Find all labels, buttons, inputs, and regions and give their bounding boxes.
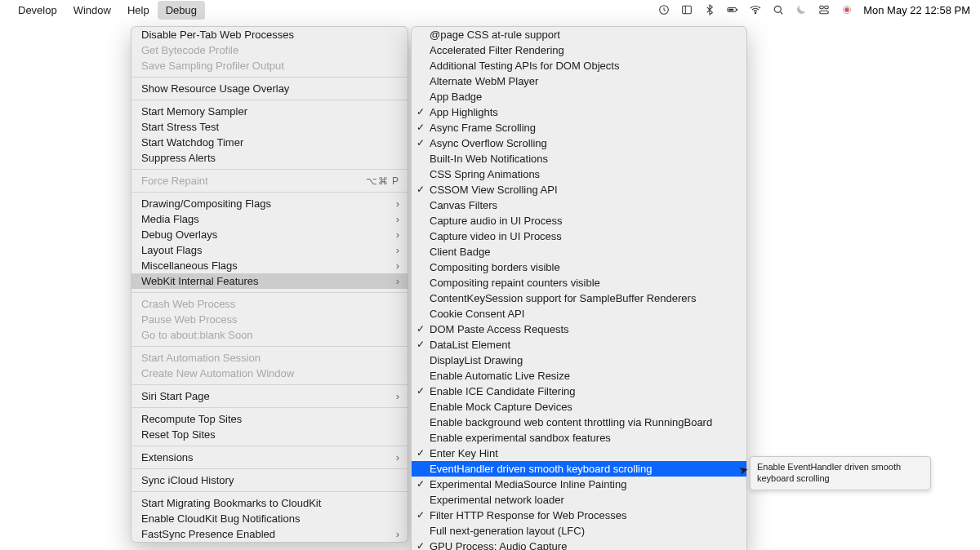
debug-menu-item[interactable]: Crash Web Process › [131, 296, 408, 312]
checkmark-icon: ✓ [416, 540, 425, 550]
debug-menu-item[interactable]: Suppress Alerts › [131, 150, 408, 166]
feature-menu-item[interactable]: ✓ Compositing repaint counters visible [412, 275, 746, 291]
chevron-right-icon: › [396, 390, 399, 402]
chevron-right-icon: › [396, 213, 399, 225]
menubar-item-debug[interactable]: Debug [158, 1, 205, 20]
checkmark-icon: ✓ [416, 509, 425, 521]
feature-menu-item[interactable]: ✓ Enable background web content throttli… [412, 415, 746, 430]
debug-menu-item[interactable]: Sync iCloud History › [131, 472, 408, 488]
feature-menu-item[interactable]: ✓ Cookie Consent API [412, 306, 746, 322]
debug-submenu-item[interactable]: Media Flags › [131, 211, 408, 227]
feature-menu-item[interactable]: ✓ GPU Process: Audio Capture [412, 539, 746, 550]
feature-menu-item[interactable]: ✓ Enable Mock Capture Devices [412, 399, 746, 415]
feature-menu-item[interactable]: ✓ DisplayList Drawing [412, 353, 746, 368]
debug-menu-item[interactable]: Start Memory Sampler › [131, 104, 408, 119]
debug-menu-item[interactable]: Start Watchdog Timer › [131, 135, 408, 150]
menu-separator [131, 192, 408, 193]
debug-submenu-item[interactable]: FastSync Presence Enabled › [131, 526, 408, 542]
svg-point-6 [775, 6, 782, 12]
feature-menu-item[interactable]: ✓ Experimental network loader [412, 492, 746, 508]
search-icon[interactable] [772, 3, 785, 16]
debug-menu-item[interactable]: Pause Web Process › [131, 312, 408, 327]
checkmark-icon: ✓ [416, 184, 425, 195]
feature-menu-item[interactable]: ✓ Enable experimental sandbox features [412, 430, 746, 446]
battery-icon[interactable] [726, 3, 739, 16]
feature-menu-item[interactable]: ✓ Enter Key Hint [412, 446, 746, 461]
debug-submenu-item[interactable]: Debug Overlays › [131, 227, 408, 242]
time-machine-icon[interactable] [657, 3, 670, 16]
feature-menu-item[interactable]: ✓ Enable ICE Candidate Filtering [412, 384, 746, 399]
feature-menu-item[interactable]: ✓ App Badge [412, 89, 746, 104]
feature-menu-item[interactable]: ✓ Full next-generation layout (LFC) [412, 523, 746, 539]
debug-submenu-item[interactable]: Drawing/Compositing Flags › [131, 196, 408, 211]
svg-rect-3 [728, 9, 733, 11]
debug-submenu-item[interactable]: WebKit Internal Features › [131, 273, 408, 289]
feature-menu-item[interactable]: ✓ Async Overflow Scrolling [412, 135, 746, 151]
feature-menu-item[interactable]: ✓ Compositing borders visible [412, 259, 746, 275]
feature-menu-item[interactable]: ✓ Experimental MediaSource Inline Painti… [412, 477, 746, 492]
feature-menu-item[interactable]: ✓ Capture video in UI Process [412, 228, 746, 244]
svg-point-5 [755, 12, 756, 13]
svg-rect-1 [683, 6, 692, 13]
debug-menu-item[interactable]: Recompute Top Sites › [131, 411, 408, 427]
menu-tooltip: Enable EventHandler driven smooth keyboa… [750, 456, 931, 490]
chevron-right-icon: › [396, 275, 399, 287]
menu-separator [131, 446, 408, 446]
control-center-icon[interactable] [817, 3, 831, 16]
debug-menu: Disable Per-Tab Web Processes › Get Byte… [131, 26, 408, 543]
svg-rect-4 [737, 9, 737, 11]
debug-menu-item[interactable]: Reset Top Sites › [131, 427, 408, 442]
debug-menu-item[interactable]: Go to about:blank Soon › [131, 327, 408, 343]
feature-menu-item[interactable]: ✓ Accelerated Filter Rendering [412, 42, 746, 58]
feature-menu-item[interactable]: ✓ DataList Element [412, 337, 746, 353]
feature-menu-item[interactable]: ✓ Built-In Web Notifications [412, 151, 746, 166]
feature-menu-item[interactable]: ✓ App Highlights [412, 104, 746, 120]
sidebar-icon[interactable] [680, 3, 693, 16]
debug-menu-item[interactable]: Save Sampling Profiler Output › [131, 58, 408, 73]
debug-menu-item[interactable]: Start Migrating Bookmarks to CloudKit › [131, 495, 408, 511]
moon-icon[interactable] [795, 3, 808, 16]
feature-menu-item[interactable]: ✓ CSSOM View Scrolling API [412, 182, 746, 197]
feature-menu-item[interactable]: ✓ Async Frame Scrolling [412, 120, 746, 135]
chevron-right-icon: › [396, 259, 399, 272]
debug-menu-item[interactable]: Get Bytecode Profile › [131, 42, 408, 58]
debug-menu-item[interactable]: Create New Automation Window › [131, 366, 408, 381]
debug-submenu-item[interactable]: Layout Flags › [131, 242, 408, 258]
webkit-internal-features-menu: ✓ @page CSS at-rule support ✓ Accelerate… [411, 26, 747, 550]
bluetooth-icon[interactable] [703, 3, 716, 16]
menubar-item-develop[interactable]: Develop [10, 1, 65, 20]
feature-menu-item[interactable]: ✓ DOM Paste Access Requests [412, 322, 746, 337]
feature-menu-item[interactable]: ✓ EventHandler driven smooth keyboard sc… [412, 461, 746, 477]
menubar-item-window[interactable]: Window [65, 1, 119, 20]
feature-menu-item[interactable]: ✓ @page CSS at-rule support [412, 27, 746, 42]
debug-submenu-item[interactable]: Siri Start Page › [131, 388, 408, 404]
debug-menu-item[interactable]: Show Resource Usage Overlay › [131, 81, 408, 96]
debug-menu-item[interactable]: Enable CloudKit Bug Notifications › [131, 511, 408, 526]
feature-menu-item[interactable]: ✓ Client Badge [412, 244, 746, 259]
siri-icon[interactable] [840, 3, 853, 16]
feature-menu-item[interactable]: ✓ Filter HTTP Response for Web Processes [412, 508, 746, 523]
menubar-datetime[interactable]: Mon May 22 12:58 PM [863, 4, 970, 16]
feature-menu-item[interactable]: ✓ Canvas Filters [412, 197, 746, 213]
menubar-item-help[interactable]: Help [119, 1, 158, 20]
debug-submenu-item[interactable]: Extensions › [131, 450, 408, 465]
debug-submenu-item[interactable]: Miscellaneous Flags › [131, 258, 408, 273]
feature-menu-item[interactable]: ✓ Capture audio in UI Process [412, 213, 746, 228]
debug-menu-item[interactable]: Disable Per-Tab Web Processes › [131, 27, 408, 42]
feature-menu-item[interactable]: ✓ CSS Spring Animations [412, 166, 746, 182]
menu-separator [131, 77, 408, 78]
svg-rect-8 [825, 6, 829, 8]
feature-menu-item[interactable]: ✓ ContentKeySession support for SampleBu… [412, 291, 746, 306]
menu-separator [131, 169, 408, 170]
feature-menu-item[interactable]: ✓ Enable Automatic Live Resize [412, 368, 746, 384]
feature-menu-item[interactable]: ✓ Alternate WebM Player [412, 73, 746, 89]
menubar: DevelopWindowHelpDebug Mon May 22 12:58 … [0, 0, 980, 20]
debug-menu-item[interactable]: Force Repaint ⌥⌘ P › [131, 173, 408, 189]
feature-menu-item[interactable]: ✓ Additional Testing APIs for DOM Object… [412, 58, 746, 73]
wifi-icon[interactable] [749, 3, 762, 16]
debug-menu-item[interactable]: Start Stress Test › [131, 119, 408, 135]
debug-menu-item[interactable]: Start Automation Session › [131, 350, 408, 366]
menu-separator [131, 491, 408, 492]
checkmark-icon: ✓ [416, 323, 425, 335]
chevron-right-icon: › [396, 451, 399, 464]
